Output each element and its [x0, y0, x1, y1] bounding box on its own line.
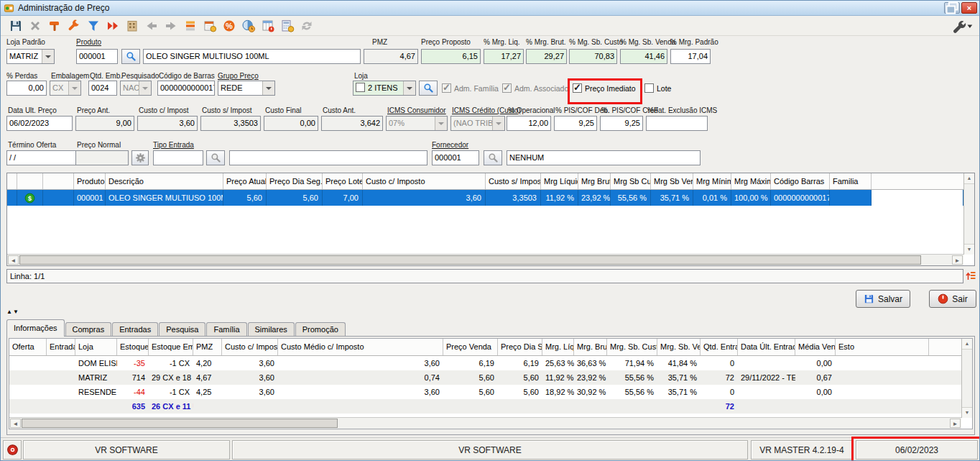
- produto-link[interactable]: Produto: [76, 38, 101, 46]
- column-header[interactable]: Custo Médio c/ Imposto: [278, 339, 443, 355]
- tab-compras[interactable]: Compras: [65, 322, 112, 337]
- column-header[interactable]: [43, 173, 74, 189]
- tab-família[interactable]: Família: [206, 322, 246, 337]
- operacional-input[interactable]: 12,00: [507, 116, 551, 131]
- tab-informações[interactable]: Informações: [6, 319, 65, 337]
- column-header[interactable]: Mrg Máxima: [731, 173, 771, 189]
- products-grid-hscrollbar[interactable]: ◄ ►: [7, 254, 963, 265]
- column-header[interactable]: Oferta: [9, 339, 47, 355]
- column-header[interactable]: Preço Dia Seg.: [267, 173, 323, 189]
- preco-imediato-checkbox[interactable]: Preço Imediato: [573, 83, 636, 93]
- column-header[interactable]: Familia: [830, 173, 872, 189]
- splitter-toggle[interactable]: ▲▼: [6, 309, 19, 315]
- stores-grid-hscrollbar[interactable]: ◄ ►: [9, 417, 961, 429]
- column-header[interactable]: Loja: [75, 339, 117, 355]
- column-header[interactable]: Custo s/ Imposto: [486, 173, 541, 189]
- table-row[interactable]: DOM ELISEU-35-1 CX4,203,603,606,196,1925…: [9, 356, 961, 370]
- tools-menu-icon[interactable]: [949, 19, 974, 33]
- building-icon[interactable]: [125, 19, 139, 33]
- fast-forward-icon[interactable]: [106, 19, 120, 33]
- produto-code-input[interactable]: 000001: [76, 49, 118, 64]
- column-header[interactable]: Entrada: [47, 339, 75, 355]
- loja-padrao-select[interactable]: MATRIZ: [6, 49, 55, 64]
- produto-search-button[interactable]: [121, 49, 140, 64]
- column-header[interactable]: Mrg Sb Venda: [651, 173, 693, 189]
- column-header[interactable]: Mrg. Sb. Custo: [607, 339, 657, 355]
- checkbox-box[interactable]: [644, 83, 654, 93]
- table-row[interactable]: 63526 CX e 11 UN72: [9, 399, 961, 414]
- column-header[interactable]: Custo c/ Imposto: [363, 173, 486, 189]
- sair-button[interactable]: Sair: [929, 290, 976, 308]
- loja-search-button[interactable]: [419, 81, 438, 96]
- scroll-thumb[interactable]: [19, 255, 921, 265]
- column-header[interactable]: Estoque Emb.: [149, 339, 193, 355]
- pis-cof-cred-input[interactable]: 9,25: [600, 116, 643, 131]
- grupo-preco-link[interactable]: Grupo Preço: [218, 72, 259, 80]
- column-header[interactable]: Custo c/ Imposto: [222, 339, 278, 355]
- restore-button[interactable]: [944, 2, 960, 14]
- codigo-barras-input[interactable]: 0000000000017: [157, 81, 215, 96]
- column-header[interactable]: [17, 173, 43, 189]
- column-header[interactable]: Preço Venda: [443, 339, 498, 355]
- arrow-left-icon[interactable]: [144, 19, 159, 33]
- tipo-entrada-link[interactable]: Tipo Entrada: [153, 141, 194, 149]
- table-row[interactable]: $000001OLEO SINGER MULTIUSO 100ML5,605,6…: [7, 190, 963, 206]
- layers-icon[interactable]: [183, 19, 198, 33]
- support-agent-icon[interactable]: [3, 440, 22, 460]
- loja-select[interactable]: 2 ITENS: [353, 81, 416, 96]
- column-header[interactable]: Qtd. Entrada: [701, 339, 738, 355]
- stores-grid-vscrollbar[interactable]: ▲▼: [961, 339, 972, 418]
- scroll-thumb[interactable]: [22, 419, 338, 428]
- products-grid-vscrollbar[interactable]: ▲▼: [963, 173, 974, 255]
- table-row[interactable]: RESENDE 2-44-1 CX4,253,603,605,605,6018,…: [9, 385, 961, 399]
- grupo-preco-select[interactable]: REDE: [218, 81, 275, 96]
- data-ult-preco-input[interactable]: 06/02/2023: [6, 116, 73, 131]
- salvar-button[interactable]: Salvar: [856, 290, 910, 308]
- wrench-icon[interactable]: [67, 19, 81, 33]
- column-header[interactable]: Estoque: [117, 339, 149, 355]
- column-header[interactable]: Mrg. Líq.: [542, 339, 574, 355]
- table-row[interactable]: MATRIZ71429 CX e 18 UN4,673,600,745,605,…: [9, 370, 961, 385]
- save-icon[interactable]: [9, 19, 23, 33]
- refresh-icon[interactable]: [300, 19, 314, 33]
- close-button[interactable]: ×: [961, 2, 977, 14]
- lote-checkbox[interactable]: Lote: [644, 83, 671, 93]
- tab-pesquisa[interactable]: Pesquisa: [159, 322, 205, 337]
- checkbox-box[interactable]: [573, 83, 582, 93]
- column-header[interactable]: Mrg Sb Custo: [611, 173, 651, 189]
- column-header[interactable]: PMZ: [193, 339, 222, 355]
- tab-entradas[interactable]: Entradas: [112, 322, 158, 337]
- calculator-coin-icon[interactable]: [280, 19, 295, 33]
- column-header[interactable]: Média Venda: [795, 339, 836, 355]
- column-header[interactable]: Mrg Mínima: [693, 173, 731, 189]
- scroll-right-icon[interactable]: ►: [952, 255, 963, 265]
- tipo-entrada-input[interactable]: [153, 150, 203, 165]
- fornecedor-link[interactable]: Fornecedor: [432, 141, 468, 149]
- column-header[interactable]: Mrg. Bruta: [574, 339, 607, 355]
- column-header[interactable]: Mrg Bruta: [578, 173, 611, 189]
- column-header[interactable]: [7, 173, 17, 189]
- column-header[interactable]: Mrg. Sb. Venda: [657, 339, 701, 355]
- delete-icon[interactable]: [28, 19, 42, 33]
- scroll-right-icon[interactable]: ►: [950, 419, 961, 428]
- calendar-coin-icon[interactable]: [203, 19, 217, 33]
- column-header[interactable]: Preço Dia Seg.: [498, 339, 542, 355]
- hammer-icon[interactable]: [47, 19, 62, 33]
- globe-clock-icon[interactable]: [241, 19, 256, 33]
- column-header[interactable]: Preço Lote: [323, 173, 363, 189]
- table-alert-icon[interactable]: [261, 19, 275, 33]
- qtd-emb-input[interactable]: 0024: [88, 81, 117, 96]
- tab-similares[interactable]: Similares: [248, 322, 295, 337]
- column-header[interactable]: Preço Atual: [223, 173, 267, 189]
- pis-cof-deb-input[interactable]: 9,25: [554, 116, 597, 131]
- arrow-right-icon[interactable]: [164, 19, 178, 33]
- scroll-left-icon[interactable]: ◄: [10, 419, 21, 428]
- scroll-left-icon[interactable]: ◄: [8, 255, 19, 265]
- column-header[interactable]: Código Barras: [771, 173, 830, 189]
- fat-exclusao-input[interactable]: [646, 116, 708, 131]
- column-header[interactable]: Descrição: [106, 173, 223, 189]
- icms-consumidor-link[interactable]: ICMS Consumidor: [387, 106, 446, 114]
- fornecedor-code-input[interactable]: 000001: [432, 150, 479, 165]
- column-header[interactable]: Mrg Líquida: [541, 173, 578, 189]
- preco-proposto-input[interactable]: 6,15: [421, 49, 481, 64]
